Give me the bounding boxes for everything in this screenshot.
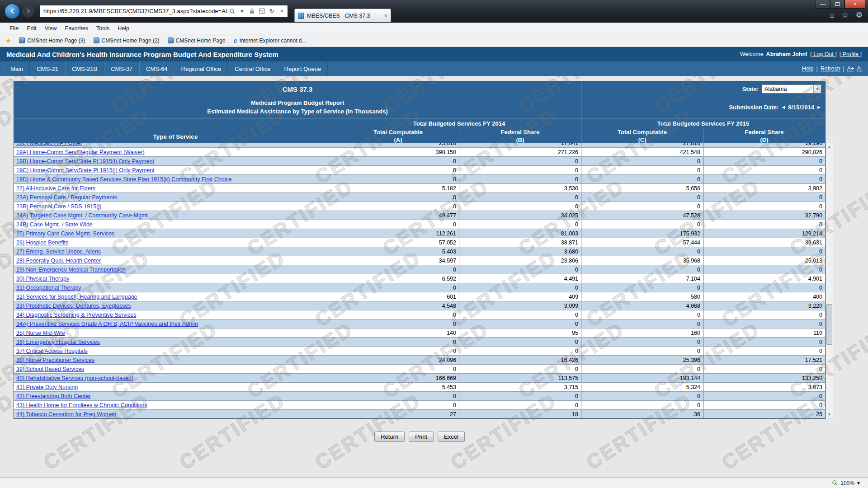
scrollbar-track[interactable]: [826, 150, 833, 411]
favorite-item[interactable]: CMSnet Home Page (2): [90, 36, 164, 45]
scrollbar-thumb[interactable]: [826, 304, 832, 345]
service-link[interactable]: 44) Tobacco Cessation for Preg Women: [16, 411, 116, 418]
nav-item-central-office[interactable]: Central Office: [228, 61, 277, 76]
service-link[interactable]: 19B) Home-Comm Serv/State Pl 1915(i) Onl…: [16, 158, 154, 164]
home-icon[interactable]: ⌂: [830, 11, 834, 20]
submission-date-link[interactable]: 8/15/2014: [788, 104, 814, 111]
service-link[interactable]: 23B) Personal Care / SDS 1915(j): [16, 203, 101, 210]
excel-button[interactable]: Excel: [438, 432, 465, 442]
service-link[interactable]: 24A) Targeted Case Mgmt. / Community Cas…: [16, 212, 149, 219]
service-link[interactable]: 42) Freestanding Birth Center: [16, 393, 91, 399]
font-increase-link[interactable]: A+: [847, 66, 854, 72]
close-button[interactable]: ×: [844, 0, 865, 9]
user-name: Abraham John!: [766, 51, 808, 57]
help-link[interactable]: Help: [802, 66, 814, 72]
service-link[interactable]: 25) Primary Care Case Mgmt. Services: [16, 230, 114, 237]
value-cell: 0: [337, 401, 459, 409]
service-link[interactable]: 27) Emerg. Service Undoc. Aliens: [16, 249, 101, 255]
service-link[interactable]: 31) Occupational Therapy: [16, 285, 81, 291]
service-link[interactable]: 36) Emergency Hospital Services: [16, 339, 100, 345]
service-link[interactable]: 28) Federally Qual. Health Center: [16, 258, 101, 264]
scroll-down-icon[interactable]: ▼: [826, 411, 833, 418]
scroll-up-icon[interactable]: ▲: [826, 143, 833, 150]
back-button[interactable]: [5, 4, 20, 19]
menu-item-help[interactable]: Help: [113, 23, 133, 33]
service-cell: 34) Diagnostic Screening & Preventive Se…: [14, 310, 337, 319]
prev-date-icon[interactable]: ◄: [781, 104, 786, 110]
service-link[interactable]: 19C) Home-Comm Serv/State Pl 1915(j) Onl…: [16, 167, 155, 174]
url-text[interactable]: https://65.220.21.9/MBESCBES/CMS37/CMS37…: [43, 8, 229, 14]
state-select[interactable]: Alabama ▼: [762, 84, 821, 94]
search-icon[interactable]: [229, 8, 236, 14]
address-bar[interactable]: https://65.220.21.9/MBESCBES/CMS37/CMS37…: [39, 5, 288, 18]
service-link[interactable]: 19D) Home & Community Based Services Sta…: [16, 176, 232, 183]
service-link[interactable]: 39) School Based Services: [16, 366, 84, 372]
zoom-dropdown-icon[interactable]: ▾: [857, 480, 860, 486]
browser-tab[interactable]: MBES/CBES - CMS 37.3 ×: [294, 9, 391, 22]
service-link[interactable]: 23A) Personal Care / Regular Payments: [16, 194, 117, 201]
print-button[interactable]: Print: [409, 432, 434, 442]
add-favorite-star-icon[interactable]: ★: [5, 37, 15, 45]
service-link[interactable]: 24B) Case Mgmt. / State Wide: [16, 221, 93, 228]
service-link[interactable]: 43) Health Home for Enrollees w Chronic …: [16, 402, 147, 408]
service-link[interactable]: 35) Nurse Mid-Wife: [16, 330, 65, 336]
menu-item-tools[interactable]: Tools: [92, 23, 113, 33]
menu-item-file[interactable]: File: [5, 23, 23, 33]
minimize-button[interactable]: —: [816, 0, 830, 9]
service-link[interactable]: 22) All-Inclusive Care for Elders: [16, 185, 95, 192]
refresh-icon[interactable]: ↻: [269, 8, 275, 14]
service-link[interactable]: 33) Prosthetic Devices, Dentures, Eyegla…: [16, 303, 131, 309]
nav-item-cms-21[interactable]: CMS-21: [30, 61, 65, 76]
nav-item-cms-37[interactable]: CMS-37: [104, 61, 139, 76]
service-link[interactable]: 26) Hospice Benefits: [16, 239, 68, 246]
nav-items: MainCMS-21CMS-21BCMS-37CMS-64Regional Of…: [4, 61, 328, 76]
nav-item-regional-office[interactable]: Regional Office: [175, 61, 228, 76]
service-link[interactable]: 41) Private Duty Nursing: [16, 384, 78, 390]
nav-item-cms-21b[interactable]: CMS-21B: [65, 61, 104, 76]
service-link[interactable]: 34A) Preventive Services Grade A OR B, A…: [16, 321, 198, 327]
service-link[interactable]: 18E) Medicaid HIP / Other: [16, 143, 82, 146]
stop-icon[interactable]: ×: [278, 8, 285, 14]
favorite-item[interactable]: CMSnet Home Page: [164, 36, 230, 45]
service-link[interactable]: 34) Diagnostic Screening & Preventive Se…: [16, 312, 136, 318]
nav-item-cms-64[interactable]: CMS-64: [139, 61, 175, 76]
value-cell: 580: [581, 292, 703, 301]
service-link[interactable]: 32) Services for Speech, Hearing and Lan…: [16, 294, 137, 300]
font-decrease-link[interactable]: A-: [857, 66, 863, 72]
menu-item-edit[interactable]: Edit: [23, 23, 41, 33]
zoom-control[interactable]: 100% ▾: [827, 479, 864, 487]
service-link[interactable]: 19A) Home-Comm Serv/Regular Payment (Wai…: [16, 149, 145, 155]
menu-item-view[interactable]: View: [41, 23, 61, 33]
table-scrollbar[interactable]: ▲ ▼: [826, 143, 833, 418]
select-dropdown-icon[interactable]: ▼: [813, 85, 821, 93]
next-date-icon[interactable]: ►: [816, 104, 821, 110]
service-link[interactable]: 29) Non-Emergency Medical Transportation: [16, 267, 126, 273]
tab-close-icon[interactable]: ×: [384, 13, 387, 19]
table-row: 19A) Home-Comm Serv/Regular Payment (Wai…: [14, 148, 825, 157]
logout-link[interactable]: [ Log Out ]: [810, 51, 836, 57]
forward-button[interactable]: [22, 5, 35, 18]
favorite-item[interactable]: CMSnet Home Page (3): [15, 36, 89, 45]
service-cell: 43) Health Home for Enrollees w Chronic …: [14, 401, 337, 409]
favorite-item[interactable]: eInternet Explorer cannot d...: [230, 36, 311, 45]
favorites-star-icon[interactable]: ☆: [842, 10, 849, 20]
nav-item-main[interactable]: Main: [4, 61, 30, 76]
service-link[interactable]: 40) Rehabilitative Services (non-school-…: [16, 375, 133, 381]
service-link[interactable]: 30) Physical Therapy: [16, 276, 69, 282]
value-cell: 0: [581, 193, 703, 202]
return-button[interactable]: Return: [374, 432, 405, 442]
menu-item-favorites[interactable]: Favorites: [61, 23, 92, 33]
tools-gear-icon[interactable]: ⚙: [856, 10, 863, 20]
refresh-link[interactable]: Refresh: [821, 66, 840, 72]
value-cell: 0: [703, 202, 825, 211]
table-row: 19B) Home-Comm Serv/State Pl 1915(i) Onl…: [14, 157, 825, 166]
value-cell: 0: [337, 347, 459, 355]
service-link[interactable]: 38) Nurse Practitioner Services: [16, 357, 94, 363]
page-icon: [19, 38, 25, 43]
search-dropdown-icon[interactable]: ▾: [239, 8, 245, 14]
service-link[interactable]: 37) Critical Access Hospitals: [16, 348, 88, 354]
compatibility-view-icon[interactable]: [259, 8, 265, 14]
maximize-button[interactable]: [830, 0, 844, 9]
profile-link[interactable]: [ Profile ]: [840, 51, 862, 57]
nav-item-report-queue[interactable]: Report Queue: [278, 61, 328, 76]
